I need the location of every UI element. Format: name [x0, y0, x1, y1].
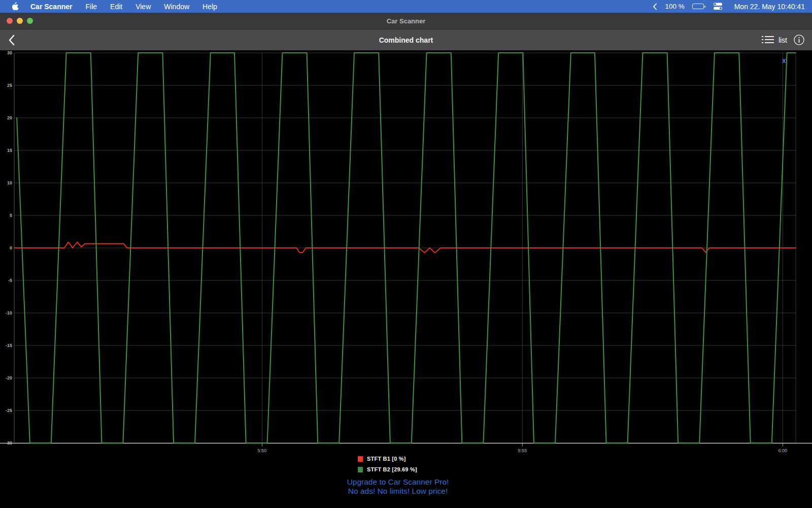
menu-item-view[interactable]: View	[136, 3, 151, 11]
legend-swatch-red	[358, 456, 363, 462]
y-axis-tick-label: 5	[10, 213, 12, 218]
series-line-stft-b1	[14, 242, 796, 253]
apple-icon[interactable]	[11, 2, 19, 11]
legend-item-stft-b2: STFT B2 [29.69 %]	[358, 466, 417, 472]
close-chart-button[interactable]: x	[782, 56, 786, 65]
control-center-icon[interactable]	[713, 2, 724, 11]
legend-item-stft-b1: STFT B1 [0 %]	[358, 456, 417, 462]
battery-icon[interactable]	[692, 4, 705, 9]
upgrade-pro-line2[interactable]: No ads! No limits! Low price!	[0, 487, 796, 496]
y-axis-tick-label: -5	[8, 278, 12, 283]
legend-label: STFT B2 [29.69 %]	[367, 466, 417, 472]
list-button-label: list	[779, 36, 787, 44]
legend-swatch-green	[358, 467, 363, 472]
battery-percent-label[interactable]: 100 %	[665, 3, 684, 10]
info-button[interactable]	[793, 34, 805, 46]
window-title-bar: Car Scanner	[0, 13, 812, 29]
y-axis-tick-label: -25	[6, 408, 12, 413]
list-button[interactable]: list	[762, 36, 787, 44]
upgrade-pro-line1[interactable]: Upgrade to Car Scanner Pro!	[0, 478, 796, 487]
page-title: Combined chart	[379, 36, 433, 44]
chart-area: 302520151050-5-10-15-20-25-305:505:556:0…	[0, 50, 812, 508]
menu-item-edit[interactable]: Edit	[110, 3, 122, 11]
y-axis-tick-label: 20	[7, 115, 12, 120]
close-window-button[interactable]	[7, 18, 13, 24]
menu-item-window[interactable]: Window	[164, 3, 189, 11]
minimize-window-button[interactable]	[17, 18, 23, 24]
y-axis-tick-label: 10	[7, 180, 12, 185]
back-button[interactable]	[4, 29, 19, 50]
menu-item-file[interactable]: File	[85, 3, 97, 11]
x-axis-tick-label: 5:50	[258, 448, 267, 453]
zoom-window-button[interactable]	[27, 18, 33, 24]
window-title: Car Scanner	[387, 17, 426, 25]
x-axis-tick-label: 5:55	[518, 448, 527, 453]
menu-item-help[interactable]: Help	[202, 3, 217, 11]
y-axis-tick-label: 30	[7, 50, 12, 55]
menu-bar: Car Scanner File Edit View Window Help 1…	[0, 0, 812, 13]
toolbar: Combined chart list	[0, 29, 812, 50]
menu-clock[interactable]: Mon 22. May 10:40:41	[734, 3, 805, 11]
y-axis-tick-label: -10	[6, 310, 12, 315]
x-axis-tick-label: 6:00	[779, 448, 788, 453]
list-icon	[762, 36, 774, 44]
menu-app-name[interactable]: Car Scanner	[30, 3, 72, 11]
y-axis-tick-label: 15	[7, 148, 12, 153]
y-axis-tick-label: -15	[6, 343, 12, 348]
legend-label: STFT B1 [0 %]	[367, 456, 406, 462]
chart-legend: STFT B1 [0 %] STFT B2 [29.69 %]	[358, 456, 417, 477]
y-axis-tick-label: -20	[6, 375, 12, 380]
chevron-left-icon[interactable]	[652, 3, 657, 11]
y-axis-tick-label: 0	[10, 245, 12, 250]
combined-chart-canvas[interactable]: 302520151050-5-10-15-20-25-305:505:556:0…	[0, 50, 812, 457]
y-axis-tick-label: 25	[7, 83, 12, 88]
upgrade-pro-link[interactable]: Upgrade to Car Scanner Pro! No ads! No l…	[0, 478, 796, 495]
info-icon	[793, 34, 805, 46]
